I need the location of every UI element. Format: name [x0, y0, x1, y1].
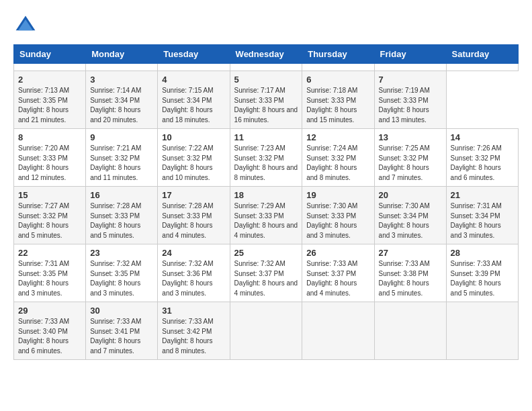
- calendar-cell: 18Sunrise: 7:29 AMSunset: 3:33 PMDayligh…: [230, 187, 302, 244]
- calendar-table: SundayMondayTuesdayWednesdayThursdayFrid…: [13, 44, 519, 360]
- day-info: Sunrise: 7:31 AMSunset: 3:34 PMDaylight:…: [451, 201, 514, 240]
- day-info: Sunrise: 7:32 AMSunset: 3:36 PMDaylight:…: [162, 259, 225, 298]
- day-number: 15: [18, 190, 81, 200]
- calendar-cell: [86, 64, 158, 71]
- day-number: 21: [451, 190, 514, 200]
- calendar-header-monday: Monday: [86, 45, 158, 64]
- day-number: 27: [379, 248, 442, 258]
- day-number: 2: [18, 75, 81, 85]
- day-info: Sunrise: 7:14 AMSunset: 3:34 PMDaylight:…: [90, 86, 153, 125]
- day-number: 4: [162, 75, 225, 85]
- calendar-header-sunday: Sunday: [14, 45, 86, 64]
- day-info: Sunrise: 7:33 AMSunset: 3:41 PMDaylight:…: [90, 317, 153, 356]
- calendar-week-row: 8Sunrise: 7:20 AMSunset: 3:33 PMDaylight…: [14, 129, 519, 187]
- day-info: Sunrise: 7:24 AMSunset: 3:32 PMDaylight:…: [306, 144, 369, 183]
- calendar-week-row: [14, 64, 519, 71]
- calendar-week-row: 2Sunrise: 7:13 AMSunset: 3:35 PMDaylight…: [14, 71, 519, 129]
- day-info: Sunrise: 7:18 AMSunset: 3:33 PMDaylight:…: [306, 86, 369, 125]
- calendar-cell: 16Sunrise: 7:28 AMSunset: 3:33 PMDayligh…: [86, 187, 158, 244]
- day-info: Sunrise: 7:21 AMSunset: 3:32 PMDaylight:…: [90, 144, 153, 183]
- calendar-cell: [374, 64, 446, 71]
- calendar-cell: 29Sunrise: 7:33 AMSunset: 3:40 PMDayligh…: [14, 302, 86, 360]
- calendar-week-row: 22Sunrise: 7:31 AMSunset: 3:35 PMDayligh…: [14, 244, 519, 302]
- day-info: Sunrise: 7:23 AMSunset: 3:32 PMDaylight:…: [234, 144, 298, 183]
- day-info: Sunrise: 7:33 AMSunset: 3:42 PMDaylight:…: [162, 317, 225, 356]
- day-number: 29: [18, 306, 81, 316]
- calendar-cell: 26Sunrise: 7:33 AMSunset: 3:37 PMDayligh…: [302, 244, 374, 302]
- calendar-header-wednesday: Wednesday: [230, 45, 302, 64]
- calendar-cell: [158, 64, 230, 71]
- calendar-header-tuesday: Tuesday: [158, 45, 230, 64]
- day-number: 24: [162, 248, 225, 258]
- calendar-cell: 25Sunrise: 7:32 AMSunset: 3:37 PMDayligh…: [230, 244, 302, 302]
- calendar-header-saturday: Saturday: [446, 45, 518, 64]
- calendar-cell: [302, 302, 374, 360]
- day-info: Sunrise: 7:26 AMSunset: 3:32 PMDaylight:…: [451, 144, 514, 183]
- day-number: 8: [18, 132, 81, 142]
- day-number: 25: [234, 248, 298, 258]
- calendar-cell: 17Sunrise: 7:28 AMSunset: 3:33 PMDayligh…: [158, 187, 230, 244]
- calendar-cell: 20Sunrise: 7:30 AMSunset: 3:34 PMDayligh…: [374, 187, 446, 244]
- calendar-cell: 24Sunrise: 7:32 AMSunset: 3:36 PMDayligh…: [158, 244, 230, 302]
- day-info: Sunrise: 7:33 AMSunset: 3:39 PMDaylight:…: [451, 259, 514, 298]
- calendar-cell: 28Sunrise: 7:33 AMSunset: 3:39 PMDayligh…: [446, 244, 518, 302]
- day-number: 16: [90, 190, 153, 200]
- calendar-week-row: 15Sunrise: 7:27 AMSunset: 3:32 PMDayligh…: [14, 187, 519, 244]
- logo: [13, 13, 42, 38]
- day-info: Sunrise: 7:32 AMSunset: 3:37 PMDaylight:…: [234, 259, 298, 298]
- day-number: 23: [90, 248, 153, 258]
- day-info: Sunrise: 7:15 AMSunset: 3:34 PMDaylight:…: [162, 86, 225, 125]
- calendar-header-thursday: Thursday: [302, 45, 374, 64]
- calendar-cell: 10Sunrise: 7:22 AMSunset: 3:32 PMDayligh…: [158, 129, 230, 187]
- calendar-cell: 9Sunrise: 7:21 AMSunset: 3:32 PMDaylight…: [86, 129, 158, 187]
- calendar-cell: 4Sunrise: 7:15 AMSunset: 3:34 PMDaylight…: [158, 71, 230, 129]
- calendar-cell: 30Sunrise: 7:33 AMSunset: 3:41 PMDayligh…: [86, 302, 158, 360]
- calendar-cell: [302, 64, 374, 71]
- calendar-header-friday: Friday: [374, 45, 446, 64]
- calendar-cell: [374, 302, 446, 360]
- day-info: Sunrise: 7:20 AMSunset: 3:33 PMDaylight:…: [18, 144, 81, 183]
- day-number: 28: [451, 248, 514, 258]
- logo-icon: [13, 13, 38, 38]
- day-info: Sunrise: 7:30 AMSunset: 3:33 PMDaylight:…: [306, 201, 369, 240]
- calendar-cell: 3Sunrise: 7:14 AMSunset: 3:34 PMDaylight…: [86, 71, 158, 129]
- day-number: 10: [162, 132, 225, 142]
- day-number: 11: [234, 132, 298, 142]
- day-info: Sunrise: 7:28 AMSunset: 3:33 PMDaylight:…: [90, 201, 153, 240]
- day-info: Sunrise: 7:33 AMSunset: 3:38 PMDaylight:…: [379, 259, 442, 298]
- day-number: 26: [306, 248, 369, 258]
- day-info: Sunrise: 7:27 AMSunset: 3:32 PMDaylight:…: [18, 201, 81, 240]
- day-number: 7: [379, 75, 442, 85]
- day-info: Sunrise: 7:13 AMSunset: 3:35 PMDaylight:…: [18, 86, 81, 125]
- calendar-cell: 27Sunrise: 7:33 AMSunset: 3:38 PMDayligh…: [374, 244, 446, 302]
- calendar-cell: 14Sunrise: 7:26 AMSunset: 3:32 PMDayligh…: [446, 129, 518, 187]
- day-info: Sunrise: 7:33 AMSunset: 3:40 PMDaylight:…: [18, 317, 81, 356]
- day-number: 6: [306, 75, 369, 85]
- day-number: 12: [306, 132, 369, 142]
- day-number: 22: [18, 248, 81, 258]
- day-number: 5: [234, 75, 298, 85]
- day-number: 17: [162, 190, 225, 200]
- calendar-week-row: 29Sunrise: 7:33 AMSunset: 3:40 PMDayligh…: [14, 302, 519, 360]
- day-number: 19: [306, 190, 369, 200]
- calendar-cell: 23Sunrise: 7:32 AMSunset: 3:35 PMDayligh…: [86, 244, 158, 302]
- day-info: Sunrise: 7:29 AMSunset: 3:33 PMDaylight:…: [234, 201, 298, 240]
- calendar-cell: [14, 64, 86, 71]
- calendar-cell: 5Sunrise: 7:17 AMSunset: 3:33 PMDaylight…: [230, 71, 302, 129]
- calendar-cell: 21Sunrise: 7:31 AMSunset: 3:34 PMDayligh…: [446, 187, 518, 244]
- calendar-cell: 15Sunrise: 7:27 AMSunset: 3:32 PMDayligh…: [14, 187, 86, 244]
- calendar-cell: 19Sunrise: 7:30 AMSunset: 3:33 PMDayligh…: [302, 187, 374, 244]
- calendar-header-row: SundayMondayTuesdayWednesdayThursdayFrid…: [14, 45, 519, 64]
- day-number: 14: [451, 132, 514, 142]
- calendar-cell: 6Sunrise: 7:18 AMSunset: 3:33 PMDaylight…: [302, 71, 374, 129]
- page-header: [13, 13, 519, 38]
- day-info: Sunrise: 7:17 AMSunset: 3:33 PMDaylight:…: [234, 86, 298, 125]
- calendar-cell: 13Sunrise: 7:25 AMSunset: 3:32 PMDayligh…: [374, 129, 446, 187]
- calendar-cell: [446, 64, 518, 71]
- day-number: 18: [234, 190, 298, 200]
- day-info: Sunrise: 7:28 AMSunset: 3:33 PMDaylight:…: [162, 201, 225, 240]
- day-info: Sunrise: 7:22 AMSunset: 3:32 PMDaylight:…: [162, 144, 225, 183]
- day-info: Sunrise: 7:33 AMSunset: 3:37 PMDaylight:…: [306, 259, 369, 298]
- calendar-cell: 8Sunrise: 7:20 AMSunset: 3:33 PMDaylight…: [14, 129, 86, 187]
- day-info: Sunrise: 7:19 AMSunset: 3:33 PMDaylight:…: [379, 86, 442, 125]
